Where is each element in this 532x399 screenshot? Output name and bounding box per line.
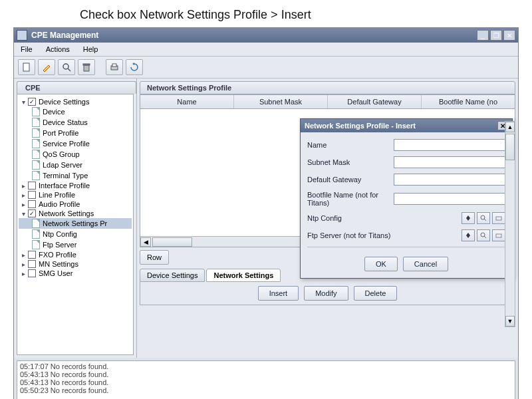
tree-item[interactable]: ▸FXO Profile [19, 250, 132, 259]
tree-label: Device Settings [39, 98, 89, 106]
checkbox-icon[interactable] [28, 191, 36, 199]
dialog-form: Name Subnet Mask Default Gateway Bootfil… [301, 132, 512, 253]
tree-item[interactable]: Ntp Config [19, 229, 132, 239]
tree-item[interactable]: Port Profile [19, 128, 132, 138]
input-subnet[interactable] [394, 156, 505, 168]
tree-item[interactable]: Device [19, 106, 132, 117]
delete-button[interactable]: Delete [354, 286, 398, 301]
th-bootfile[interactable]: Bootfile Name (no [422, 95, 515, 108]
page-icon [32, 139, 40, 148]
tree-item[interactable]: ▸MN Settings [19, 259, 132, 269]
expand-icon[interactable]: ▾ [20, 98, 27, 106]
expand-icon[interactable]: ▸ [20, 270, 27, 277]
tree-item[interactable]: ▸Audio Profile [19, 200, 132, 209]
delete-icon[interactable] [78, 59, 95, 75]
svg-line-11 [484, 236, 486, 238]
minimize-button[interactable]: _ [477, 30, 489, 41]
insert-button[interactable]: Insert [258, 286, 299, 301]
v-scroll-thumb[interactable] [505, 134, 515, 160]
main-area: CPE ▾✓Device SettingsDeviceDevice Status… [14, 78, 518, 358]
menu-actions[interactable]: Actions [43, 44, 72, 55]
table-header: Name Subnet Mask Default Gateway Bootfil… [140, 95, 515, 109]
v-scrollbar[interactable]: ▲ ▼ [505, 121, 515, 327]
tree-item[interactable]: Service Profile [19, 138, 132, 149]
print-icon[interactable] [106, 59, 123, 75]
ntp-search-icon[interactable] [477, 212, 490, 224]
input-name[interactable] [394, 139, 505, 151]
tree-label: QoS Group [43, 150, 80, 158]
th-gateway[interactable]: Default Gateway [328, 95, 422, 108]
page-icon [32, 128, 40, 138]
close-button[interactable]: ✕ [503, 30, 515, 41]
th-subnet[interactable]: Subnet Mask [234, 95, 328, 108]
expand-icon[interactable]: ▸ [20, 261, 27, 268]
cancel-button[interactable]: Cancel [403, 257, 448, 271]
label-subnet: Subnet Mask [307, 158, 394, 166]
app-window: CPE Management _ ❐ ✕ File Actions Help C… [13, 27, 519, 399]
menu-help[interactable]: Help [80, 44, 101, 55]
th-name[interactable]: Name [140, 95, 234, 108]
checkbox-icon[interactable] [28, 182, 36, 190]
expand-icon[interactable]: ▸ [20, 201, 27, 208]
checkbox-icon[interactable]: ✓ [28, 98, 36, 106]
tab-cpe[interactable]: CPE [17, 81, 136, 94]
input-gateway[interactable] [394, 174, 505, 186]
tree-item[interactable]: Ldap Server [19, 160, 132, 170]
menu-file[interactable]: File [18, 44, 35, 55]
tree-item[interactable]: ▾✓Network Settings [19, 209, 132, 218]
svg-line-8 [484, 219, 486, 221]
expand-icon[interactable]: ▾ [20, 210, 27, 217]
checkbox-icon[interactable] [28, 251, 36, 259]
new-icon[interactable] [18, 59, 35, 75]
ntp-clear-icon[interactable] [492, 212, 505, 224]
svg-rect-9 [496, 217, 501, 220]
tree-label: Ftp Server [43, 241, 76, 249]
scroll-thumb[interactable] [152, 237, 192, 247]
tree-item[interactable]: Network Settings Pr [19, 218, 132, 229]
tree-label: Interface Profile [39, 182, 90, 190]
tree-item[interactable]: QoS Group [19, 149, 132, 160]
menubar: File Actions Help [14, 43, 518, 57]
tree-item[interactable]: ▸Line Profile [19, 190, 132, 200]
checkbox-icon[interactable]: ✓ [28, 209, 36, 217]
ftp-search-icon[interactable] [477, 229, 490, 241]
tree-label: Network Settings Pr [43, 219, 107, 227]
tree-item[interactable]: ▸SMG User [19, 269, 132, 278]
window-title: CPE Management [31, 31, 477, 40]
checkbox-icon[interactable] [28, 260, 36, 268]
tree-item[interactable]: ▾✓Device Settings [19, 97, 132, 106]
crud-row: Insert Modify Delete [140, 282, 515, 305]
ok-button[interactable]: OK [364, 257, 398, 271]
refresh-icon[interactable] [126, 59, 143, 75]
tree-label: Service Profile [43, 140, 90, 148]
scroll-down-icon[interactable]: ▼ [505, 316, 515, 327]
tree: ▾✓Device SettingsDeviceDevice StatusPort… [17, 94, 134, 355]
scroll-left-icon[interactable]: ◀ [140, 237, 151, 247]
tree-item[interactable]: ▸Interface Profile [19, 181, 132, 190]
panel-tab[interactable]: Network Settings Profile [140, 81, 515, 94]
expand-icon[interactable]: ▸ [20, 182, 27, 190]
checkbox-icon[interactable] [28, 200, 36, 208]
tree-label: Terminal Type [43, 172, 88, 180]
page-icon [32, 240, 40, 249]
tab-network-settings[interactable]: Network Settings [206, 269, 281, 282]
ntp-lookup-icon[interactable] [462, 212, 475, 224]
ftp-clear-icon[interactable] [492, 229, 505, 241]
expand-icon[interactable]: ▸ [20, 251, 27, 259]
tree-item[interactable]: Ftp Server [19, 239, 132, 250]
svg-rect-0 [23, 63, 29, 71]
input-bootfile[interactable] [394, 193, 505, 205]
tree-label: Line Profile [39, 191, 75, 199]
tree-item[interactable]: Terminal Type [19, 170, 132, 181]
expand-icon[interactable]: ▸ [20, 192, 27, 199]
checkbox-icon[interactable] [28, 269, 36, 277]
scroll-up-icon[interactable]: ▲ [505, 122, 515, 132]
tree-item[interactable]: Device Status [19, 117, 132, 128]
search-icon[interactable] [58, 59, 75, 75]
modify-button[interactable]: Modify [304, 286, 348, 301]
ftp-lookup-icon[interactable] [462, 229, 475, 241]
page-icon [32, 219, 40, 228]
tab-device-settings[interactable]: Device Settings [140, 269, 205, 282]
edit-icon[interactable] [38, 59, 55, 75]
restore-button[interactable]: ❐ [490, 30, 502, 41]
